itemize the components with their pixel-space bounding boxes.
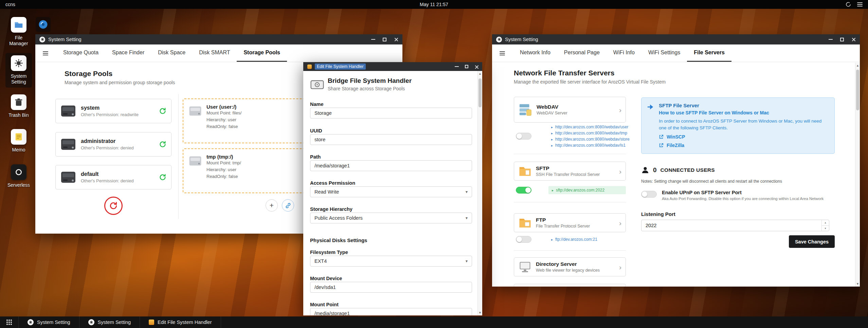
upnp-toggle[interactable] [641,191,657,198]
tab-network-info[interactable]: Network Info [513,44,557,62]
sftp-link[interactable]: ▸sftp://dev.arozos.com:2022 [548,186,626,194]
desktop-icon-trash-bin[interactable]: Trash Bin [5,94,32,118]
maximize-button[interactable] [383,38,386,41]
bullet-icon: ▸ [551,131,553,135]
menu-hamburger-icon[interactable] [43,51,48,55]
webdav-card[interactable]: WebDAV WebDAV Server › [514,97,626,123]
ftp-card[interactable]: FTP File Transfer Protocol Server › [514,213,626,232]
desktop-icon-serverless[interactable]: Serverless [5,164,32,188]
desktop-icon-memo[interactable]: Memo [5,129,32,153]
tab-space-finder[interactable]: Space Finder [105,44,151,62]
scroll-down-arrow[interactable]: ▼ [855,281,860,287]
pool-card-default[interactable]: default Other's Permission: denied [55,165,171,189]
close-button[interactable] [851,37,856,42]
vertical-scrollbar[interactable]: ▲ ▼ [477,71,482,315]
sftp-card[interactable]: SFTP SSH File Transfer Protocol Server › [514,162,626,181]
info-title: SFTP File Server [659,103,822,108]
servers-window-tabbar: Network Info Personal Page WiFi Info WiF… [492,44,860,62]
number-spinner[interactable]: ▴ ▾ [821,220,829,231]
webdav-controls: ▸http://dev.arozos.com:8080/webdav/user … [514,125,626,148]
storage-hierarchy-select[interactable]: Public Access Folders ▾ [310,213,472,223]
webdav-link[interactable]: ▸http://dev.arozos.com:8080/webdav/tmp [551,131,630,135]
scrollbar-thumb[interactable] [478,78,482,107]
tab-storage-quota[interactable]: Storage Quota [56,44,105,62]
webdav-toggle[interactable] [516,133,531,140]
folder-icon [14,20,24,30]
tab-disk-smart[interactable]: Disk SMART [192,44,237,62]
taskbar-item-system-setting-2[interactable]: System Setting [79,316,140,328]
tab-wifi-settings[interactable]: WiFi Settings [641,44,687,62]
server-desc: File Transfer Protocol Server [536,224,590,229]
desktop-icon-app[interactable] [36,17,51,32]
maximize-button[interactable] [465,65,468,68]
vertical-scrollbar[interactable]: ▲ ▼ [855,63,860,287]
sftp-toggle[interactable] [516,187,531,194]
taskbar-item-edit-fsh[interactable]: Edit File System Handler [140,316,221,328]
listening-port-field[interactable]: 2022 ▴ ▾ [641,220,829,231]
column-divider [178,94,179,219]
app-launcher-button[interactable] [0,316,18,328]
system-menu-icon[interactable] [857,2,863,6]
tab-disk-space[interactable]: Disk Space [151,44,192,62]
directory-server-card[interactable]: Directory Server Web file viewer for leg… [514,257,626,276]
pool-name: system [81,105,139,111]
webdav-link[interactable]: ▸http://dev.arozos.com:8080/webdav/store [551,137,630,142]
ftp-icon [518,216,532,230]
mount-point-label: Mount Point [310,302,339,307]
winscp-link[interactable]: WinSCP [659,134,822,140]
tab-personal-page[interactable]: Personal Page [557,44,607,62]
path-input[interactable] [310,160,472,171]
sync-pool-icon[interactable] [159,174,166,181]
minimize-button[interactable] [455,66,459,67]
uuid-input[interactable] [310,134,472,145]
pool-permission: Other's Permission: denied [81,178,134,183]
minimize-button[interactable] [829,39,833,40]
reload-pools-button[interactable] [104,197,123,215]
mount-device-input[interactable] [310,282,472,293]
scrollbar-thumb[interactable] [856,70,859,110]
close-button[interactable] [394,37,398,42]
ftp-toggle[interactable] [516,236,531,243]
bridge-link-button[interactable] [282,199,294,212]
spin-up-icon[interactable]: ▴ [822,220,829,226]
spin-down-icon[interactable]: ▾ [822,226,829,231]
desktop-icon-system-setting[interactable]: System Setting [5,53,32,88]
add-handler-button[interactable]: + [266,199,278,212]
pool-card-system[interactable]: system Other's Permission: readwrite [55,99,171,123]
sync-pool-icon[interactable] [159,107,166,115]
mount-point-input[interactable] [310,308,472,315]
server-name: SFTP [536,165,600,171]
save-changes-button[interactable]: Save Changes [789,235,835,248]
tab-file-servers[interactable]: File Servers [687,44,731,62]
menu-hamburger-icon[interactable] [500,51,505,55]
tab-wifi-info[interactable]: WiFi Info [607,44,641,62]
filezilla-link[interactable]: FileZilla [659,143,822,148]
close-button[interactable] [474,65,478,69]
scroll-up-arrow[interactable]: ▲ [855,63,860,68]
name-input[interactable] [310,108,472,119]
bullet-icon: ▸ [551,238,553,241]
tab-storage-pools[interactable]: Storage Pools [237,44,287,62]
desktop-icon-file-manager[interactable]: File Manager [5,17,32,46]
webdav-link[interactable]: ▸http://dev.arozos.com:8080/webdav/ls1 [551,143,630,148]
scroll-up-arrow[interactable]: ▲ [478,71,482,76]
editor-window-titlebar[interactable]: Edit File System Handler [303,62,482,71]
ftp-link[interactable]: ▸ftp://dev.arozos.com:21 [551,237,597,242]
external-link-icon [659,134,664,139]
sftp-controls: ▸sftp://dev.arozos.com:2022 [514,186,626,194]
servers-window-titlebar[interactable]: System Setting [492,34,860,44]
storage-window-titlebar[interactable]: System Setting [35,34,402,44]
sync-status-icon[interactable] [846,2,851,7]
chevron-right-icon: › [619,263,621,271]
page-title: Network File Transfer Servers [514,69,614,77]
webdav-link[interactable]: ▸http://dev.arozos.com:8080/webdav/user [551,125,630,129]
access-permission-select[interactable]: Read Write ▾ [310,186,472,197]
scroll-down-arrow[interactable]: ▼ [478,310,482,315]
filesystem-type-select[interactable]: EXT4 ▾ [310,256,472,267]
minimize-button[interactable] [371,39,375,40]
taskbar-item-system-setting-1[interactable]: System Setting [18,316,79,328]
sync-pool-icon[interactable] [159,141,166,148]
refresh-icon [109,201,118,210]
pool-card-administrator[interactable]: administrator Other's Permission: denied [55,132,171,157]
maximize-button[interactable] [840,38,844,41]
